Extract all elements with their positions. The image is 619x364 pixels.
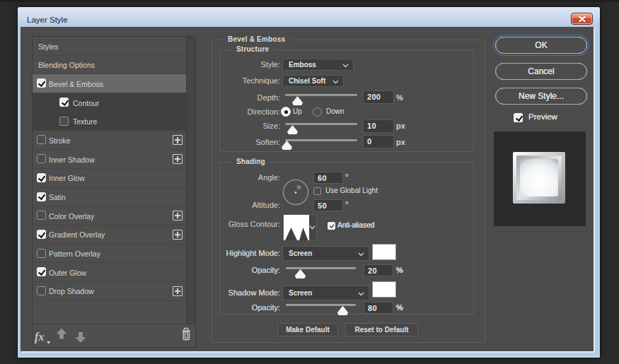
svg-text:fx: fx [35,331,44,344]
